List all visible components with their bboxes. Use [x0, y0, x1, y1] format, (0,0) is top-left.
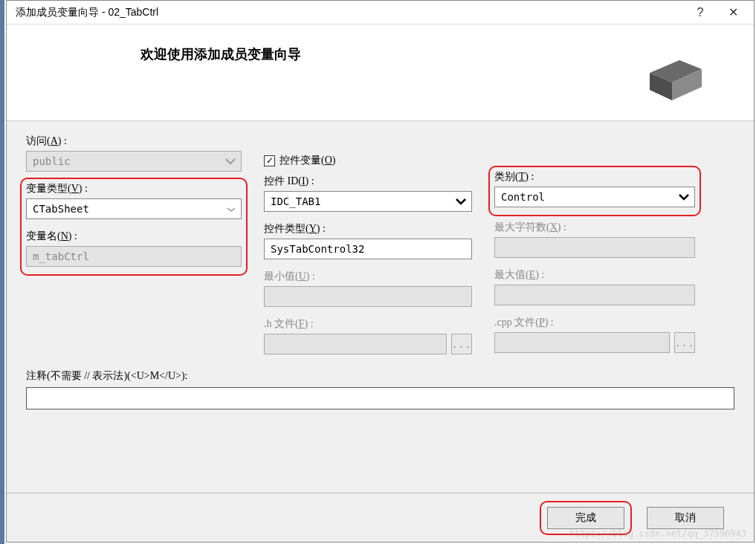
wizard-dialog: 添加成员变量向导 - 02_TabCtrl ? ✕ 欢迎使用添加成员变量向导 访…: [6, 0, 755, 543]
category-select[interactable]: Control: [494, 187, 695, 207]
control-type-input: SysTabControl32: [264, 239, 472, 259]
chevron-down-icon: [455, 195, 467, 207]
control-var-checkbox[interactable]: ✓: [264, 155, 275, 166]
chevron-down-icon: [226, 203, 236, 215]
header-panel: 欢迎使用添加成员变量向导: [7, 25, 754, 121]
window-title: 添加成员变量向导 - 02_TabCtrl: [16, 6, 684, 19]
close-button[interactable]: ✕: [717, 2, 749, 23]
box-icon: [642, 47, 709, 109]
control-var-checkbox-row[interactable]: ✓ 控件变量(O): [264, 154, 472, 167]
min-val-label: 最小值(U) :: [264, 270, 472, 283]
watermark: https://blog.csdn.net/qq_37596943: [569, 528, 746, 539]
category-label: 类别(T) :: [494, 170, 695, 184]
cancel-button[interactable]: 取消: [647, 507, 724, 529]
cpp-file-browse-button: ...: [674, 332, 695, 353]
var-type-select[interactable]: CTabSheet: [26, 198, 242, 219]
comment-input[interactable]: [26, 387, 734, 409]
max-chars-input: [494, 237, 695, 258]
min-val-input: [264, 286, 472, 307]
access-select[interactable]: public: [26, 151, 242, 172]
max-val-label: 最大值(E) :: [494, 268, 695, 282]
h-file-input: [264, 334, 447, 354]
max-val-input: [494, 285, 695, 305]
highlight-var-type-name: 变量类型(V) : CTabSheet 变量名(N) :: [20, 178, 248, 276]
control-id-label: 控件 ID(I) :: [264, 175, 472, 188]
page-heading: 欢迎使用添加成员变量向导: [140, 45, 301, 63]
chevron-down-icon: [678, 191, 690, 203]
var-name-label: 变量名(N) :: [26, 230, 242, 243]
titlebar: 添加成员变量向导 - 02_TabCtrl ? ✕: [7, 1, 754, 25]
h-file-label: .h 文件(F) :: [264, 317, 472, 331]
cpp-file-label: .cpp 文件(P) :: [494, 316, 695, 329]
h-file-browse-button: ...: [451, 334, 472, 354]
highlight-category: 类别(T) : Control: [488, 166, 701, 216]
help-button[interactable]: ?: [684, 2, 717, 23]
cpp-file-input: [494, 332, 670, 353]
control-id-select[interactable]: IDC_TAB1: [264, 191, 472, 212]
max-chars-label: 最大字符数(X) :: [494, 221, 695, 234]
comment-label: 注释(不需要 // 表示法)(<U>M</U>):: [26, 369, 734, 383]
content-area: 访问(A) : public 变量类型(V) :: [7, 121, 754, 417]
control-type-label: 控件类型(Y) :: [264, 222, 472, 236]
finish-button[interactable]: 完成: [547, 507, 624, 529]
var-type-label: 变量类型(V) :: [26, 182, 242, 195]
control-var-label: 控件变量(O): [280, 154, 335, 167]
chevron-down-icon: [224, 155, 236, 167]
var-name-input[interactable]: m_tabCtrl: [26, 246, 242, 267]
access-label: 访问(A) :: [26, 135, 242, 148]
